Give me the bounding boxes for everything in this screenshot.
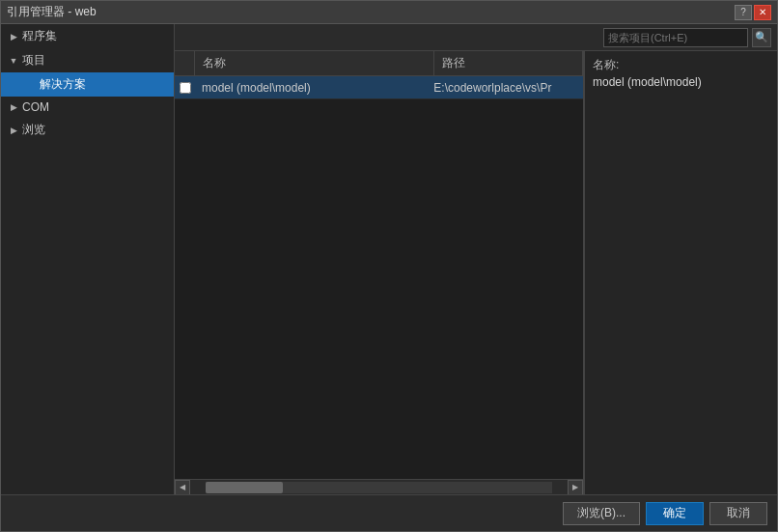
browse-button[interactable]: 浏览(B)... xyxy=(563,502,640,525)
row-checkbox[interactable] xyxy=(180,82,191,94)
search-input[interactable] xyxy=(608,32,743,43)
close-button[interactable]: ✕ xyxy=(754,5,771,20)
search-input-wrapper[interactable] xyxy=(603,28,748,47)
projects-arrow-icon xyxy=(7,54,20,68)
col-checkbox-header xyxy=(175,51,195,75)
title-bar-buttons: ? ✕ xyxy=(735,5,771,20)
scroll-right-button[interactable]: ▶ xyxy=(568,480,583,495)
cancel-button[interactable]: 取消 xyxy=(709,502,767,525)
assemblies-arrow-icon xyxy=(7,30,20,43)
assemblies-label: 程序集 xyxy=(22,28,168,44)
scroll-left-button[interactable]: ◀ xyxy=(175,480,190,495)
sidebar-item-projects[interactable]: 项目 xyxy=(1,48,174,72)
ok-button[interactable]: 确定 xyxy=(646,502,704,525)
title-bar: 引用管理器 - web ? ✕ xyxy=(1,1,777,24)
bottom-bar: 浏览(B)... 确定 取消 xyxy=(1,494,777,531)
table-header: 名称 路径 xyxy=(175,51,583,76)
right-panel: 🔍 名称 路径 xyxy=(175,24,777,494)
col-path-header: 路径 xyxy=(434,51,584,75)
browse-arrow-icon xyxy=(7,124,20,137)
help-button[interactable]: ? xyxy=(735,5,752,20)
scroll-thumb[interactable] xyxy=(206,482,283,493)
sidebar: 程序集 项目 解决方案 COM 浏览 xyxy=(1,24,175,494)
row-checkbox-cell[interactable] xyxy=(175,80,196,96)
row-name-cell: model (model\model) xyxy=(196,79,428,97)
solutions-label: 解决方案 xyxy=(40,76,168,93)
projects-label: 项目 xyxy=(22,52,168,69)
table-pane: 名称 路径 model (model\model) E:\codeworlpla… xyxy=(175,51,584,494)
search-button[interactable]: 🔍 xyxy=(752,28,771,47)
sidebar-item-assemblies[interactable]: 程序集 xyxy=(1,24,174,48)
main-window: 引用管理器 - web ? ✕ 程序集 项目 解决方案 xyxy=(0,0,778,532)
detail-value: model (model\model) xyxy=(593,75,769,89)
col-name-header: 名称 xyxy=(195,51,433,75)
detail-label: 名称: xyxy=(593,57,769,73)
table-row[interactable]: model (model\model) E:\codeworlplace\vs\… xyxy=(175,76,583,99)
browse-label: 浏览 xyxy=(22,122,168,138)
com-label: COM xyxy=(22,100,168,114)
row-path-cell: E:\codeworlplace\vs\Pr xyxy=(428,79,583,97)
window-title: 引用管理器 - web xyxy=(7,4,97,20)
sidebar-item-browse[interactable]: 浏览 xyxy=(1,118,174,142)
horizontal-scrollbar[interactable]: ◀ ▶ xyxy=(175,479,583,494)
sidebar-item-solutions[interactable]: 解决方案 xyxy=(1,72,174,97)
search-bar: 🔍 xyxy=(175,24,777,51)
scroll-track[interactable] xyxy=(206,482,552,493)
table-body: model (model\model) E:\codeworlplace\vs\… xyxy=(175,76,583,479)
table-area: 名称 路径 model (model\model) E:\codeworlpla… xyxy=(175,51,777,494)
detail-pane: 名称: model (model\model) xyxy=(584,51,777,494)
sidebar-item-com[interactable]: COM xyxy=(1,97,174,118)
main-content: 程序集 项目 解决方案 COM 浏览 xyxy=(1,24,777,494)
com-arrow-icon xyxy=(7,100,20,114)
